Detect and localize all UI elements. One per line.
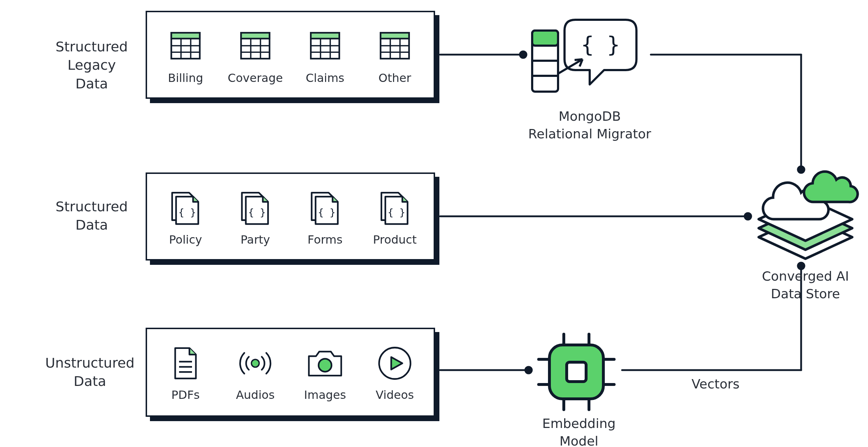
- item-label: Billing: [168, 71, 203, 85]
- item-label: Other: [379, 71, 411, 85]
- diagram-stage: Structured Legacy Data Structured Data U…: [0, 0, 868, 447]
- svg-rect-1: [171, 33, 200, 38]
- item-label: Claims: [306, 71, 344, 85]
- svg-rect-53: [567, 362, 586, 382]
- item-label: Coverage: [228, 71, 283, 85]
- json-documents-icon: { }: [375, 188, 415, 228]
- svg-point-35: [520, 51, 526, 58]
- svg-point-31: [251, 359, 259, 367]
- panel-item: Claims: [298, 27, 352, 85]
- svg-rect-7: [241, 33, 269, 38]
- panel-item: { } Product: [368, 188, 422, 246]
- destination-label-line: Converged AI: [762, 269, 849, 284]
- audio-waves-icon: [236, 344, 275, 383]
- processor-label-line: Relational Migrator: [528, 126, 651, 141]
- processor-label-migrator: MongoDB Relational Migrator: [521, 108, 658, 143]
- destination-label: Converged AI Data Store: [751, 268, 859, 303]
- item-label: Party: [241, 233, 270, 246]
- item-label: PDFs: [171, 388, 200, 402]
- processor-label-line: MongoDB: [558, 109, 621, 124]
- embedding-model-chip-icon: [539, 334, 614, 410]
- converged-data-store-icon: [759, 171, 858, 259]
- section-label-line: Unstructured: [45, 355, 134, 371]
- section-label-line: Data: [74, 373, 106, 389]
- panel-item: Audios: [228, 344, 282, 402]
- svg-rect-47: [532, 31, 558, 46]
- section-label-line: Legacy Data: [68, 57, 116, 91]
- svg-rect-13: [311, 33, 339, 38]
- svg-rect-46: [532, 31, 558, 92]
- svg-point-32: [319, 359, 332, 372]
- json-documents-icon: { }: [166, 188, 205, 228]
- svg-point-42: [525, 367, 532, 373]
- svg-point-38: [798, 166, 804, 173]
- svg-text:{ }: { }: [318, 207, 335, 218]
- item-label: Images: [304, 388, 346, 402]
- item-label: Audios: [236, 388, 275, 402]
- section-label-legacy: Structured Legacy Data: [50, 38, 133, 93]
- table-icon: [305, 27, 345, 66]
- pdf-file-icon: [166, 344, 205, 383]
- video-play-icon: [375, 344, 415, 383]
- panel-item: PDFs: [159, 344, 213, 402]
- svg-text:{ }: { }: [581, 32, 620, 57]
- panel-item: Coverage: [228, 27, 282, 85]
- section-label-unstructured: Unstructured Data: [40, 354, 140, 391]
- panel-item: Videos: [368, 344, 422, 402]
- panel-item: Billing: [159, 27, 213, 85]
- panel-item: { } Party: [228, 188, 282, 246]
- section-label-structured: Structured Data: [50, 198, 133, 235]
- panel-item: Other: [368, 27, 422, 85]
- relational-migrator-icon: { }: [532, 20, 636, 92]
- section-label-line: Data: [76, 217, 108, 233]
- panel-legacy-data: Billing Coverage Claims Other: [146, 11, 435, 99]
- edge-label-vectors: Vectors: [683, 377, 748, 391]
- item-label: Product: [373, 233, 417, 246]
- processor-label-line: Model: [559, 434, 598, 447]
- processor-label-embedding: Embedding Model: [536, 415, 622, 447]
- table-icon: [236, 27, 275, 66]
- table-icon: [375, 27, 415, 66]
- processor-label-line: Embedding: [542, 416, 616, 431]
- svg-line-51: [558, 59, 583, 74]
- item-label: Videos: [376, 388, 414, 402]
- section-label-line: Structured: [56, 199, 128, 215]
- destination-label-line: Data Store: [771, 286, 840, 301]
- item-label: Forms: [307, 233, 342, 246]
- svg-text:{ }: { }: [388, 207, 405, 218]
- svg-rect-19: [380, 33, 409, 38]
- section-label-line: Structured: [56, 39, 128, 55]
- panel-item: { } Policy: [159, 188, 213, 246]
- panel-unstructured-data: PDFs Audios: [146, 328, 435, 417]
- json-documents-icon: { }: [305, 188, 345, 228]
- panel-item: Images: [298, 344, 352, 402]
- camera-icon: [305, 344, 345, 383]
- panel-item: { } Forms: [298, 188, 352, 246]
- svg-text:{ }: { }: [248, 207, 266, 218]
- svg-point-40: [745, 213, 751, 220]
- panel-structured-data: { } Policy { } Party: [146, 172, 435, 261]
- table-icon: [166, 27, 205, 66]
- item-label: Policy: [169, 233, 202, 246]
- svg-rect-52: [549, 345, 603, 399]
- svg-text:{ }: { }: [178, 207, 196, 218]
- json-documents-icon: { }: [236, 188, 275, 228]
